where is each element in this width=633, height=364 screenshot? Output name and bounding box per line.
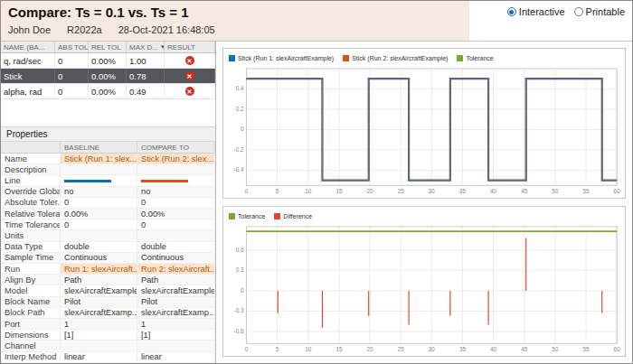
svg-text:25: 25 (398, 188, 405, 194)
result-fail-icon: ✕ (185, 56, 194, 65)
svg-text:10: 10 (305, 188, 312, 194)
baseline-line-swatch (64, 180, 111, 182)
comparison-chart-legend: Stick (Run 1: slexAircraftExample)Stick … (225, 50, 623, 64)
baseline-value: slexAircraftExamp... (61, 308, 137, 318)
compare-value: double (137, 242, 215, 252)
difference-plot[interactable]: 0510152025303540455055600.60.30-0.3-0.6 (225, 222, 623, 354)
compare-value: Continuous (137, 253, 215, 263)
interactive-radio[interactable]: Interactive (507, 6, 565, 17)
signals-table-header: NAME (BA...ABS TOLREL TOLMAX D...▼RESULT (1, 42, 215, 53)
signal-row[interactable]: q, rad/sec00.00%1.00✕ (1, 53, 215, 69)
svg-text:-0.6: -0.6 (234, 328, 244, 334)
property-row: Interp Methodlinearlinear (1, 352, 215, 363)
baseline-value: linear (61, 352, 137, 362)
comparison-plot-svg[interactable]: 0510152025303540455055600.40.20-0.2-0.4 (225, 64, 623, 196)
radio-unselected-icon (574, 7, 583, 16)
compare-value: Path (137, 275, 215, 285)
baseline-value: 0 (61, 198, 137, 208)
signal-max-diff: 0.78 (127, 69, 165, 83)
column-header-label: REL TOL (91, 43, 121, 51)
baseline-value (61, 341, 137, 350)
property-row: Dimensions[1][1] (1, 330, 215, 341)
compare-value: Stick (Run 2: slex... (137, 154, 215, 163)
svg-text:20: 20 (367, 188, 374, 194)
property-row: Line (1, 175, 215, 186)
legend-label: Tolerance (466, 55, 493, 61)
legend-label: Difference (283, 213, 312, 219)
report-title: Compare: Ts = 0.1 vs. Ts = 1 (8, 5, 462, 20)
property-row: Absolute Toler...00 (1, 198, 215, 209)
compare-value: no (137, 187, 215, 197)
report-header: Compare: Ts = 0.1 vs. Ts = 1 John Doe R2… (1, 1, 632, 42)
signal-result: ✕ (165, 53, 215, 68)
property-label: Block Name (1, 297, 61, 307)
column-header-rel-tol[interactable]: REL TOL (89, 42, 127, 53)
compare-value (137, 164, 215, 174)
signal-row[interactable]: Stick00.00%0.78✕ (1, 69, 215, 84)
property-label: Description (1, 164, 61, 174)
signal-name: q, rad/sec (1, 53, 55, 68)
difference-plot-svg[interactable]: 0510152025303540455055600.60.30-0.3-0.6 (225, 222, 623, 354)
properties-table-header: BASELINECOMPARE TO (1, 142, 215, 154)
baseline-value: Pilot (61, 297, 137, 307)
comparison-plot[interactable]: 0510152025303540455055600.40.20-0.2-0.4 (225, 64, 623, 196)
legend-swatch (229, 55, 235, 61)
svg-text:20: 20 (367, 346, 374, 352)
svg-text:15: 15 (335, 346, 343, 352)
svg-text:55: 55 (582, 188, 590, 194)
svg-text:0.3: 0.3 (236, 266, 244, 273)
main-area: NAME (BA...ABS TOLREL TOLMAX D...▼RESULT… (1, 42, 632, 363)
baseline-value: [1] (61, 330, 137, 340)
signal-rel-tol: 0.00% (89, 53, 127, 68)
signal-row[interactable]: alpha, rad00.00%0.49✕ (1, 84, 215, 99)
result-fail-icon: ✕ (185, 87, 194, 96)
legend-swatch (229, 213, 235, 219)
property-row: Port11 (1, 319, 215, 330)
legend-swatch (343, 55, 349, 61)
property-label: Run (1, 264, 61, 274)
property-label: Name (1, 154, 61, 163)
property-row: NameStick (Run 1: slex...Stick (Run 2: s… (1, 154, 215, 164)
baseline-value: Stick (Run 1: slex... (61, 154, 137, 163)
legend-swatch (457, 55, 463, 61)
svg-text:45: 45 (521, 188, 528, 194)
properties-section-header: Properties (1, 126, 215, 142)
baseline-value: Run 1: slexAircraft... (61, 264, 137, 274)
property-row: Channel (1, 341, 215, 351)
column-header-result[interactable]: RESULT (165, 42, 215, 53)
compare-value: 0.00% (137, 209, 215, 219)
svg-text:15: 15 (335, 188, 343, 194)
svg-text:-0.3: -0.3 (234, 307, 244, 313)
svg-text:0.6: 0.6 (236, 247, 244, 253)
property-label: Time Tolerance (1, 219, 61, 229)
svg-text:55: 55 (582, 346, 590, 352)
column-header-name-ba-[interactable]: NAME (BA... (1, 42, 55, 53)
svg-text:35: 35 (459, 346, 467, 352)
property-label: Port (1, 319, 61, 329)
svg-text:0: 0 (241, 126, 244, 132)
svg-text:-0.4: -0.4 (234, 166, 244, 173)
printable-radio[interactable]: Printable (574, 6, 625, 17)
column-header-max-d-[interactable]: MAX D...▼ (127, 42, 165, 53)
legend-item: Stick (Run 1: slexAircraftExample) (229, 55, 334, 61)
signal-abs-tol: 0 (55, 53, 89, 68)
svg-text:30: 30 (429, 188, 436, 194)
report-meta: John Doe R2022a 28-Oct-2021 16:48:05 (8, 24, 462, 35)
radio-selected-icon (507, 7, 516, 16)
property-row: RunRun 1: slexAircraft...Run 2: slexAirc… (1, 264, 215, 275)
release-version: R2022a (67, 24, 102, 35)
column-header-abs-tol[interactable]: ABS TOL (55, 42, 89, 53)
property-label: Data Type (1, 242, 61, 252)
property-row: Units (1, 230, 215, 241)
properties-column-baseline: BASELINE (61, 142, 137, 154)
property-row: Block PathslexAircraftExamp...slexAircra… (1, 308, 215, 319)
compare-value (137, 341, 215, 350)
property-label: Model (1, 285, 61, 295)
svg-text:5: 5 (276, 346, 279, 352)
signal-max-diff: 0.49 (127, 84, 165, 98)
svg-text:0.2: 0.2 (236, 106, 244, 112)
property-label: Align By (1, 275, 61, 285)
signal-max-diff: 1.00 (127, 53, 165, 68)
baseline-value: slexAircraftExample (61, 285, 137, 295)
baseline-value: 1 (61, 319, 137, 329)
